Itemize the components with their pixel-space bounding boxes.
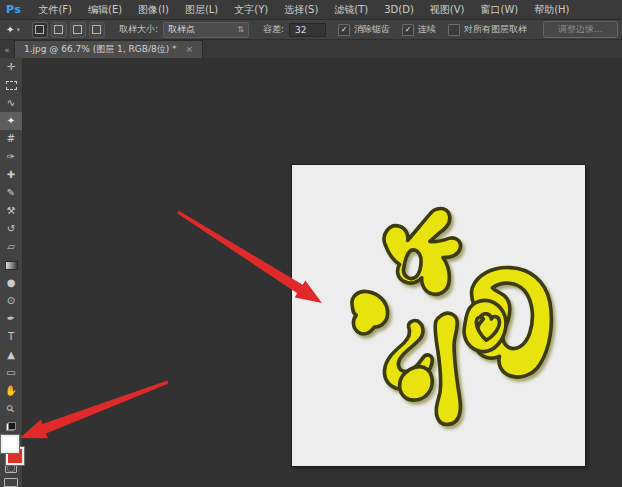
path-selection-tool[interactable]: ▲ [0, 346, 22, 364]
contiguous-checkbox-box[interactable]: ✓ [402, 24, 414, 36]
pen-tool[interactable]: ✒ [0, 310, 22, 328]
color-well [0, 433, 22, 458]
menu-3d[interactable]: 3D(D) [376, 0, 422, 19]
menu-file[interactable]: 文件(F) [30, 0, 80, 19]
gradient-icon [5, 261, 18, 270]
blur-tool[interactable]: ● [0, 274, 22, 292]
tab-close-icon[interactable]: × [186, 45, 194, 54]
magic-wand-tool[interactable]: ✦ [0, 112, 22, 130]
default-colors-icon[interactable] [6, 423, 16, 430]
fu-left-dot [352, 291, 388, 334]
menu-type[interactable]: 文字(Y) [226, 0, 276, 19]
options-bar: ✦ ▾ 取样大小: 取样点 ⇅ 容差: ✓消除锯齿✓连续对所有图层取样 调整边缘… [0, 20, 622, 40]
sample-all-layers-checkbox[interactable]: 对所有图层取样 [448, 23, 527, 36]
sample-size-label: 取样大小: [119, 23, 158, 36]
pasteboard [23, 58, 622, 487]
fu-vertical-stroke [435, 313, 460, 424]
fu-ring-stroke [472, 268, 552, 378]
crop-icon: # [7, 134, 15, 144]
lasso-icon: ∿ [7, 98, 15, 108]
sample-all-layers-checkbox-label: 对所有图层取样 [464, 23, 527, 36]
rectangle-tool[interactable]: ▭ [0, 364, 22, 382]
spot-healing-brush-tool[interactable]: ✚ [0, 166, 22, 184]
move-tool[interactable]: ✛ [0, 58, 22, 76]
menu-select[interactable]: 选择(S) [276, 0, 326, 19]
tolerance-label: 容差: [263, 23, 284, 36]
new-selection-mode-icon [35, 25, 44, 34]
options-checkboxes: ✓消除锯齿✓连续对所有图层取样 [326, 23, 527, 36]
anti-alias-checkbox-box[interactable]: ✓ [338, 24, 350, 36]
hand-tool[interactable]: ✋ [0, 382, 22, 400]
menu-filter[interactable]: 滤镜(T) [326, 0, 376, 19]
new-selection-mode[interactable] [32, 22, 48, 38]
document-tab[interactable]: 1.jpg @ 66.7% (图层 1, RGB/8位) * × [14, 40, 203, 58]
main-area: ✛∿✦#✑✚✎⚒↺▱●⊙✒T▲▭✋⚲ [0, 58, 622, 487]
sample-size-select[interactable]: 取样点 ⇅ [163, 22, 249, 38]
menu-image[interactable]: 图像(I) [130, 0, 177, 19]
move-icon: ✛ [7, 62, 15, 72]
add-to-selection-mode[interactable] [51, 22, 67, 38]
subtract-from-selection-mode-icon [73, 25, 82, 34]
foreground-color-swatch[interactable] [1, 435, 19, 453]
fu-top-strokes [384, 208, 460, 294]
lasso-tool[interactable]: ∿ [0, 94, 22, 112]
document-canvas[interactable] [291, 164, 586, 467]
brush-icon: ✎ [7, 188, 15, 198]
rectangular-marquee-tool[interactable] [0, 76, 22, 94]
brush-tool[interactable]: ✎ [0, 184, 22, 202]
photoshop-window: Ps 文件(F)编辑(E)图像(I)图层(L)文字(Y)选择(S)滤镜(T)3D… [0, 0, 622, 487]
menu-view[interactable]: 视图(V) [422, 0, 473, 19]
crop-tool[interactable]: # [0, 130, 22, 148]
menu-window[interactable]: 窗口(W) [472, 0, 526, 19]
eyedropper-tool[interactable]: ✑ [0, 148, 22, 166]
menubar-items: 文件(F)编辑(E)图像(I)图层(L)文字(Y)选择(S)滤镜(T)3D(D)… [30, 0, 577, 19]
fu-character-artwork [330, 193, 562, 435]
spot-healing-brush-icon: ✚ [7, 170, 15, 180]
selection-mode-buttons [32, 22, 105, 38]
sample-size-value: 取样点 [168, 23, 195, 36]
toolbar: ✛∿✦#✑✚✎⚒↺▱●⊙✒T▲▭✋⚲ [0, 58, 23, 487]
magic-wand-icon[interactable]: ✦ [6, 24, 14, 35]
dropdown-arrows-icon: ⇅ [237, 25, 244, 34]
blur-icon: ● [7, 278, 16, 288]
document-tab-bar: « 1.jpg @ 66.7% (图层 1, RGB/8位) * × [0, 40, 622, 59]
menu-edit[interactable]: 编辑(E) [80, 0, 130, 19]
add-to-selection-mode-icon [54, 25, 63, 34]
tool-preset-caret-icon[interactable]: ▾ [16, 26, 20, 34]
menu-help[interactable]: 帮助(H) [526, 0, 577, 19]
intersect-selection-mode[interactable] [89, 22, 105, 38]
zoom-tool[interactable]: ⚲ [0, 400, 22, 418]
sample-all-layers-checkbox-box[interactable] [448, 24, 460, 36]
hand-icon: ✋ [5, 386, 17, 396]
eraser-icon: ▱ [7, 242, 15, 252]
contiguous-checkbox-label: 连续 [418, 23, 436, 36]
pen-icon: ✒ [7, 314, 15, 324]
rectangular-marquee-icon [6, 81, 17, 90]
path-selection-icon: ▲ [7, 350, 15, 360]
anti-alias-checkbox-label: 消除锯齿 [354, 23, 390, 36]
intersect-selection-mode-icon [92, 25, 101, 34]
menubar: Ps 文件(F)编辑(E)图像(I)图层(L)文字(Y)选择(S)滤镜(T)3D… [0, 0, 622, 20]
screen-mode-icon[interactable] [4, 478, 18, 487]
document-tab-title: 1.jpg @ 66.7% (图层 1, RGB/8位) * [24, 43, 177, 56]
zoom-icon: ⚲ [5, 403, 17, 415]
default-background-mini [8, 422, 16, 430]
rectangle-icon: ▭ [6, 368, 15, 378]
fu-bottom-blob [400, 367, 433, 400]
subtract-from-selection-mode[interactable] [70, 22, 86, 38]
dodge-tool[interactable]: ⊙ [0, 292, 22, 310]
type-tool[interactable]: T [0, 328, 22, 346]
eraser-tool[interactable]: ▱ [0, 238, 22, 256]
gradient-tool[interactable] [0, 256, 22, 274]
dodge-icon: ⊙ [7, 296, 15, 306]
tolerance-input[interactable] [289, 23, 326, 37]
type-icon: T [8, 332, 14, 342]
clone-stamp-tool[interactable]: ⚒ [0, 202, 22, 220]
clone-stamp-icon: ⚒ [7, 206, 16, 216]
contiguous-checkbox[interactable]: ✓连续 [402, 23, 436, 36]
menu-layer[interactable]: 图层(L) [177, 0, 226, 19]
refine-edge-button[interactable]: 调整边缘... [543, 21, 618, 38]
history-brush-tool[interactable]: ↺ [0, 220, 22, 238]
toolbar-collapse-icon[interactable]: « [0, 44, 14, 58]
anti-alias-checkbox[interactable]: ✓消除锯齿 [338, 23, 390, 36]
